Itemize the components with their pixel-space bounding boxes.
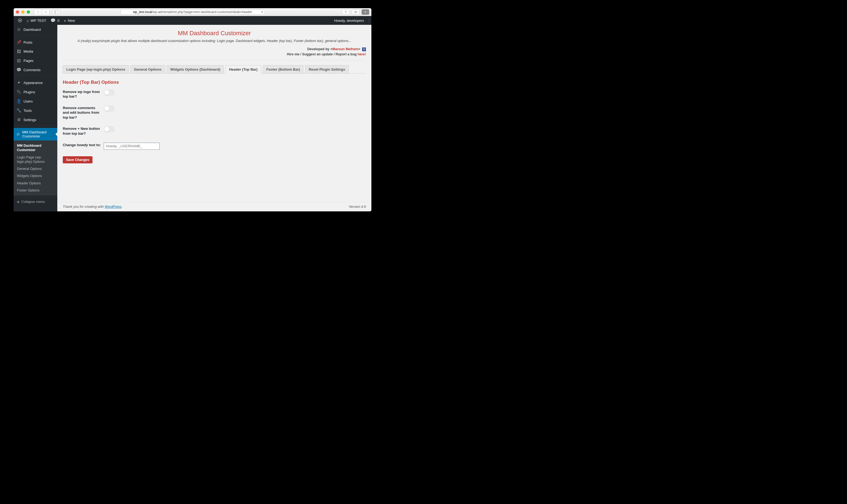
tabs-button[interactable]: ⧉ [352, 9, 359, 15]
developer-link[interactable]: Maroun Melhem [332, 47, 358, 51]
url-bar[interactable]: wp_test.local/wp-admin/admin.php?page=mm… [120, 9, 265, 15]
window-minimize-button[interactable] [21, 11, 24, 14]
developed-by-pre: Developed by < [307, 47, 332, 51]
site-name-label: WP TEST [31, 19, 46, 23]
submenu-item-login[interactable]: Login Page (wp-login.php) Options [14, 154, 57, 165]
hire-pre: Hire me / Suggest an update / Report a b… [287, 52, 357, 56]
settings-tabs: Login Page (wp-login.php) Options Genera… [63, 65, 366, 74]
sidebar-item-label: Users [23, 99, 33, 103]
option-remove-comments-edit: Remove comments and edit buttons from to… [63, 106, 366, 120]
nav-buttons: ‹ › [34, 9, 50, 15]
sidebar-item-users[interactable]: 👤Users [14, 96, 57, 106]
option-howdy-text: Change howdy text to: [63, 143, 366, 150]
submenu-item-main[interactable]: MM Dashboard Customizer [14, 142, 57, 154]
submenu-item-general[interactable]: General Options [14, 165, 57, 173]
sidebar-item-label: Tools [23, 109, 32, 113]
page-icon: ▤ [16, 58, 21, 63]
tab-widgets[interactable]: Widgets Options (Dashboard) [167, 65, 224, 73]
option-remove-new-button: Remove + New button from top bar? [63, 126, 366, 136]
submenu-item-header[interactable]: Header Options [14, 180, 57, 187]
sidebar-item-mm-dashboard[interactable]: ⊘MM Dashboard Customizer [14, 128, 57, 141]
generic-icon: ⊘ [16, 132, 20, 137]
wp-logo-menu[interactable]: ⓦ [16, 16, 24, 25]
footer-version: Version 4.8 [349, 205, 366, 209]
window-zoom-button[interactable] [27, 11, 30, 14]
toggle-knob [104, 106, 109, 111]
comments-count: 0 [57, 19, 59, 23]
toggle-remove-comments-edit[interactable] [104, 106, 114, 111]
sidebar-item-label: MM Dashboard Customizer [22, 130, 55, 138]
hire-line: Hire me / Suggest an update / Report a b… [63, 52, 366, 57]
sidebar-item-label: Dashboard [23, 28, 41, 32]
sidebar-submenu: MM Dashboard Customizer Login Page (wp-l… [14, 141, 57, 196]
sidebar-item-tools[interactable]: 🔧Tools [14, 106, 57, 115]
submenu-item-widgets[interactable]: Widgets Options [14, 173, 57, 179]
stop-reload-icon[interactable]: ✕ [261, 10, 264, 14]
collapse-menu-button[interactable]: ◀Collapse menu [14, 197, 57, 206]
forward-button[interactable]: › [42, 9, 49, 15]
section-title: Header (Top Bar) Options [63, 79, 366, 85]
sidebar-item-pages[interactable]: ▤Pages [14, 56, 57, 65]
comments-menu[interactable]: 💬0 [48, 16, 61, 25]
site-name-menu[interactable]: ⌂WP TEST [24, 16, 48, 25]
tab-login-page[interactable]: Login Page (wp-login.php) Options [63, 65, 129, 73]
comment-icon: 💬 [16, 67, 21, 72]
wrench-icon: 🔧 [16, 108, 21, 113]
sidebar-icon [54, 11, 58, 14]
toggle-knob [104, 127, 109, 132]
svg-rect-0 [54, 11, 58, 14]
sidebar-item-label: Pages [23, 59, 34, 63]
facebook-icon[interactable]: f [362, 48, 366, 51]
comment-icon: 💬 [51, 18, 56, 23]
sidebar-item-media[interactable]: 🖼Media [14, 47, 57, 56]
back-button[interactable]: ‹ [34, 9, 42, 15]
sidebar-item-plugins[interactable]: 🔌Plugins [14, 87, 57, 96]
tab-header[interactable]: Header (Top Bar) [225, 65, 261, 74]
tab-reset[interactable]: Reset Plugin Settings [305, 65, 349, 73]
sidebar-item-comments[interactable]: 💬Comments [14, 65, 57, 74]
sidebar-item-settings[interactable]: ⚙Settings [14, 115, 57, 124]
media-icon: 🖼 [16, 49, 21, 54]
wordpress-icon: ⓦ [18, 18, 22, 23]
content-area: MM Dashboard Customizer A (really) easy/… [57, 25, 371, 211]
url-host: wp_test.local [133, 10, 152, 14]
sidebar-item-label: Media [23, 49, 33, 53]
toggle-remove-new-button[interactable] [104, 126, 114, 132]
option-label: Change howdy text to: [63, 143, 104, 147]
tab-general[interactable]: General Options [130, 65, 165, 73]
tab-footer[interactable]: Footer (Bottom Bar) [263, 65, 304, 73]
new-content-menu[interactable]: +New [62, 16, 77, 25]
option-label: Remove + New button from top bar? [63, 126, 104, 136]
new-tab-button[interactable]: + [361, 9, 369, 15]
page-title: MM Dashboard Customizer [63, 25, 366, 39]
my-account-menu[interactable]: Howdy, developers [332, 16, 366, 25]
option-label: Remove comments and edit buttons from to… [63, 106, 104, 120]
option-label: Remove wp logo from top bar? [63, 89, 104, 99]
admin-footer: Thank you for creating with WordPress. V… [57, 202, 371, 211]
admin-sidebar: ⊙Dashboard 📌Posts 🖼Media ▤Pages 💬Comment… [14, 25, 57, 211]
sidebar-item-appearance[interactable]: ✦Appearance [14, 78, 57, 87]
browser-window: ‹ › wp_test.local/wp-admin/admin.php?pag… [14, 8, 371, 211]
sidebar-item-posts[interactable]: 📌Posts [14, 38, 57, 47]
sidebar-item-label: Appearance [23, 81, 42, 85]
pin-icon: 📌 [16, 40, 21, 45]
share-button[interactable]: ⇧ [342, 9, 350, 15]
sidebar-toggle-button[interactable] [52, 9, 60, 15]
howdy-text-input[interactable] [104, 143, 160, 150]
toggle-remove-wp-logo[interactable] [104, 89, 114, 95]
traffic-lights [16, 11, 30, 14]
footer-thanks: Thank you for creating with WordPress. [63, 205, 123, 209]
sidebar-item-label: Settings [23, 118, 36, 122]
hire-link[interactable]: here! [357, 52, 366, 56]
sidebar-item-label: Posts [23, 40, 33, 44]
submenu-item-footer[interactable]: Footer Options [14, 187, 57, 194]
toggle-knob [104, 90, 109, 95]
window-close-button[interactable] [16, 11, 19, 14]
option-remove-wp-logo: Remove wp logo from top bar? [63, 89, 366, 99]
plus-icon: + [64, 18, 66, 23]
save-button[interactable]: Save Changes [63, 156, 92, 163]
wordpress-link[interactable]: WordPress [105, 205, 122, 209]
plugin-icon: 🔌 [16, 89, 21, 94]
browser-chrome: ‹ › wp_test.local/wp-admin/admin.php?pag… [14, 8, 371, 16]
sidebar-item-dashboard[interactable]: ⊙Dashboard [14, 25, 57, 34]
